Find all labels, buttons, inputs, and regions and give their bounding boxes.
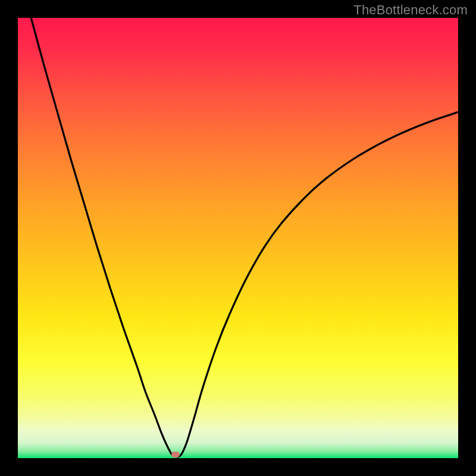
chart-frame: TheBottleneck.com — [0, 0, 476, 476]
watermark-text: TheBottleneck.com — [353, 2, 468, 18]
optimal-point-marker — [171, 452, 180, 458]
plot-area — [18, 18, 458, 458]
bottleneck-curve — [18, 18, 458, 458]
